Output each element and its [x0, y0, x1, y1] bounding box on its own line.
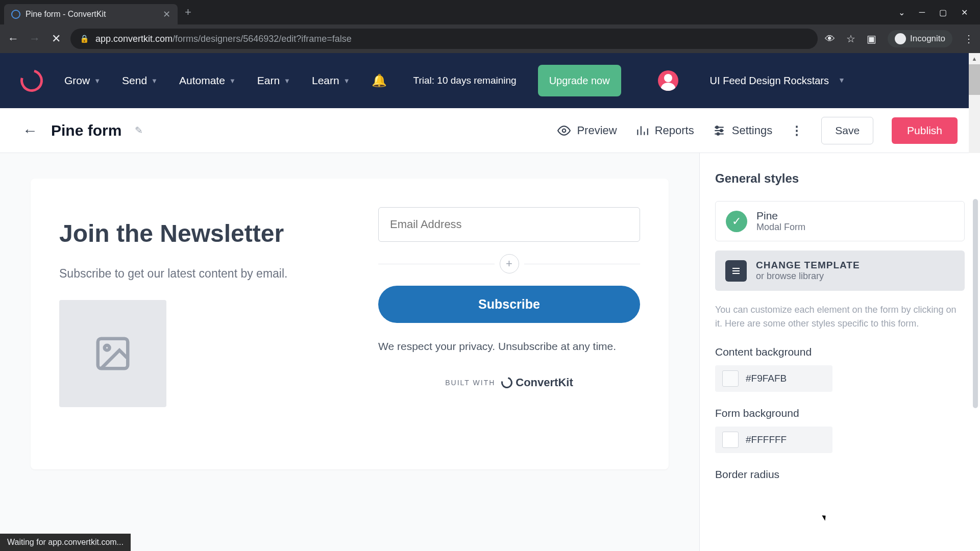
forward-icon: → — [28, 32, 42, 45]
browse-library-label: or browse library — [756, 271, 860, 282]
brand-text: ConvertKit — [516, 376, 573, 389]
chevron-down-icon: ▼ — [838, 76, 845, 86]
tab-close-icon[interactable]: ✕ — [163, 9, 170, 20]
image-placeholder[interactable] — [59, 300, 166, 407]
built-with-brand: ConvertKit — [501, 376, 573, 389]
convertkit-logo[interactable] — [16, 65, 47, 96]
email-input[interactable] — [378, 207, 640, 242]
nav-earn-label: Earn — [257, 74, 280, 87]
nav-grow[interactable]: Grow▼ — [64, 74, 101, 87]
border-radius-label: Border radius — [715, 468, 965, 481]
chevron-down-icon: ▼ — [94, 77, 101, 85]
form-bg-picker[interactable]: #FFFFFF — [715, 427, 832, 453]
tab-favicon — [11, 10, 20, 19]
publish-button[interactable]: Publish — [892, 117, 958, 144]
incognito-icon — [895, 33, 906, 44]
nav-send-label: Send — [122, 74, 147, 87]
content-bg-value: #F9FAFB — [746, 373, 787, 384]
pencil-icon[interactable]: ✎ — [135, 124, 143, 136]
tab-title: Pine form - ConvertKit — [26, 10, 106, 19]
add-field-button[interactable]: + — [500, 254, 519, 273]
minimize-icon[interactable]: ─ — [919, 8, 925, 17]
nav-send[interactable]: Send▼ — [122, 74, 158, 87]
main-nav: Grow▼ Send▼ Automate▼ Earn▼ Learn▼ 🔔 Tri… — [0, 53, 980, 108]
browser-tab[interactable]: Pine form - ConvertKit ✕ — [4, 4, 178, 24]
check-icon: ✓ — [726, 211, 747, 232]
star-icon[interactable]: ☆ — [846, 33, 855, 45]
window-controls: ⌄ ─ ▢ ✕ — [898, 8, 976, 17]
url-input[interactable]: 🔒 app.convertkit.com/forms/designers/564… — [70, 29, 818, 49]
save-button[interactable]: Save — [821, 117, 873, 144]
chart-icon — [635, 124, 649, 137]
back-icon[interactable]: ← — [6, 32, 20, 45]
content-bg-label: Content background — [715, 346, 965, 358]
workspace: Join the Newsletter Subscribe to get our… — [0, 153, 980, 551]
nav-learn-label: Learn — [312, 74, 339, 87]
built-with-label: BUILT WITH — [445, 379, 495, 387]
current-template-card[interactable]: ✓ Pine Modal Form — [715, 201, 965, 241]
chevron-down-icon[interactable]: ⌄ — [898, 8, 905, 17]
panel-icon[interactable]: ▣ — [867, 33, 876, 45]
settings-button[interactable]: Settings — [713, 124, 773, 137]
sliders-icon — [713, 124, 726, 137]
incognito-label: Incognito — [910, 34, 945, 44]
nav-automate[interactable]: Automate▼ — [179, 74, 236, 87]
cursor-icon — [823, 514, 830, 523]
content-bg-picker[interactable]: #F9FAFB — [715, 365, 832, 392]
preview-label: Preview — [577, 124, 617, 137]
kebab-menu-icon[interactable]: ⋮ — [964, 33, 974, 45]
chevron-down-icon: ▼ — [284, 77, 290, 85]
back-arrow-icon[interactable]: ← — [22, 122, 38, 139]
upgrade-button[interactable]: Upgrade now — [538, 65, 621, 96]
scroll-thumb[interactable] — [969, 64, 980, 95]
account-menu[interactable]: UI Feed Design Rockstars ▼ — [710, 73, 845, 88]
chevron-down-icon: ▼ — [151, 77, 158, 85]
incognito-badge[interactable]: Incognito — [888, 30, 952, 47]
color-swatch — [722, 432, 739, 448]
bell-icon[interactable]: 🔔 — [372, 73, 387, 88]
new-tab-button[interactable]: + — [185, 6, 191, 19]
app-surface: ▲ ▼ Grow▼ Send▼ Automate▼ Earn▼ Learn▼ 🔔… — [0, 53, 980, 551]
privacy-text[interactable]: We respect your privacy. Unsubscribe at … — [378, 338, 640, 355]
color-swatch — [722, 370, 739, 387]
maximize-icon[interactable]: ▢ — [939, 8, 947, 17]
built-with-badge[interactable]: BUILT WITH ConvertKit — [378, 376, 640, 389]
eye-icon — [557, 124, 571, 137]
url-path: /forms/designers/5646932/edit?iframe=fal… — [173, 34, 352, 44]
close-window-icon[interactable]: ✕ — [961, 8, 968, 17]
form-preview[interactable]: Join the Newsletter Subscribe to get our… — [31, 179, 669, 469]
form-bg-label: Form background — [715, 407, 965, 419]
template-library-icon — [725, 260, 747, 282]
nav-earn[interactable]: Earn▼ — [257, 74, 290, 87]
subscribe-button[interactable]: Subscribe — [378, 286, 640, 323]
change-template-label: CHANGE TEMPLATE — [756, 260, 860, 271]
panel-title: General styles — [715, 171, 965, 186]
more-menu-icon[interactable]: ⋮ — [791, 123, 803, 138]
settings-label: Settings — [732, 124, 773, 137]
reports-button[interactable]: Reports — [635, 124, 694, 137]
add-field-divider: + — [378, 254, 640, 273]
form-bg-value: #FFFFFF — [746, 434, 787, 445]
avatar[interactable] — [658, 70, 678, 91]
divider-line — [524, 264, 641, 264]
form-subtitle[interactable]: Subscribe to get our latest content by e… — [59, 265, 321, 283]
nav-grow-label: Grow — [64, 74, 90, 87]
template-type: Modal Form — [756, 222, 805, 233]
browser-tabs-bar: Pine form - ConvertKit ✕ + ⌄ ─ ▢ ✕ — [0, 0, 980, 24]
eye-off-icon[interactable]: 👁 — [825, 33, 835, 45]
account-name: UI Feed Design Rockstars — [710, 73, 829, 88]
chevron-down-icon: ▼ — [229, 77, 236, 85]
divider-line — [378, 264, 495, 264]
change-template-button[interactable]: CHANGE TEMPLATE or browse library — [715, 251, 965, 291]
form-canvas: Join the Newsletter Subscribe to get our… — [0, 153, 699, 551]
nav-learn[interactable]: Learn▼ — [312, 74, 350, 87]
styles-panel: General styles ✓ Pine Modal Form CHANGE … — [699, 153, 980, 551]
trial-status: Trial: 10 days remaining — [413, 74, 517, 88]
form-heading[interactable]: Join the Newsletter — [59, 219, 321, 247]
panel-scrollbar[interactable] — [973, 199, 978, 408]
convertkit-logo-icon — [499, 374, 514, 390]
scroll-up-arrow[interactable]: ▲ — [969, 53, 980, 64]
form-toolbar: ← Pine form ✎ Preview Reports Settings ⋮… — [0, 108, 980, 153]
preview-button[interactable]: Preview — [557, 124, 617, 137]
stop-icon[interactable]: ✕ — [49, 32, 63, 45]
